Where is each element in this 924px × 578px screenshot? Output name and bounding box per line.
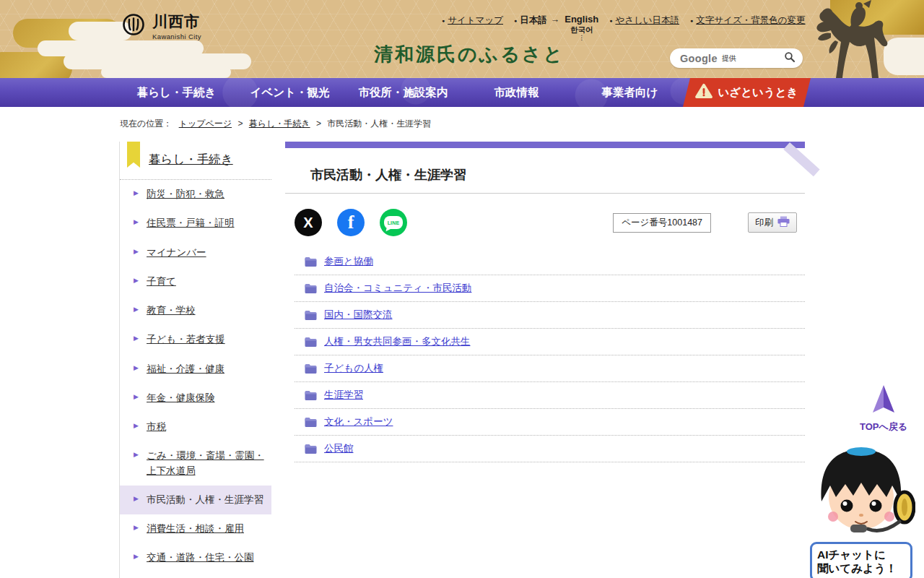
city-name-en: Kawanishi City [152,33,201,40]
sidebar-item-label[interactable]: 市税 [147,421,166,432]
line-share-icon[interactable]: LINE [380,209,407,236]
emergency-label: いざというとき [718,85,798,100]
sidebar-item-label[interactable]: マイナンバー [147,247,206,258]
mascot-girl-icon [807,444,915,538]
global-nav-list: 暮らし・手続き イベント・観光 市役所・施設案内 市政情報 事業者向け [120,78,687,107]
global-nav: 暮らし・手続き イベント・観光 市役所・施設案内 市政情報 事業者向け いざとい… [0,78,924,107]
sidebar-item-label[interactable]: 子育て [147,276,176,287]
sidebar-item-label[interactable]: ごみ・環境・斎場・霊園・上下水道局 [147,450,264,475]
category-link[interactable]: 公民館 [324,442,354,455]
sidebar-item-label[interactable]: 市民活動・人権・生涯学習 [147,494,263,505]
sidebar-item-kyoiku[interactable]: 教育・学校 [120,296,271,325]
sidebar-item-gomi[interactable]: ごみ・環境・斎場・霊園・上下水道局 [120,441,271,486]
sidebar-item-label[interactable]: 交通・道路・住宅・公園 [147,552,254,563]
folder-icon [305,364,317,374]
nav-item-event[interactable]: イベント・観光 [233,85,346,100]
utility-nav: ● サイトマップ ● 日本語 → English 한국어 ⋮ ● やさしい日本語… [442,14,806,41]
sidebar-item-shohi[interactable]: 消費生活・相談・雇用 [120,514,271,543]
list-item: 国内・国際交流 [295,302,805,329]
sidebar-item-kotsu[interactable]: 交通・道路・住宅・公園 [120,543,271,572]
breadcrumb-current: 市民活動・人権・生涯学習 [327,118,431,129]
sidebar-item-kosodate[interactable]: 子育て [120,267,271,296]
text-size-background-link[interactable]: 文字サイズ・背景色の変更 [696,14,805,27]
print-button-label: 印刷 [755,217,773,229]
search-provided-label: 提供 [722,53,784,64]
folder-icon [305,391,317,400]
bullet-icon: ● [690,14,693,27]
sidebar-item-label[interactable]: 住民票・戸籍・証明 [147,217,235,228]
sidebar-item-goiken[interactable]: ご意見・お問い合わせ [120,573,271,578]
sidebar-item-nenkin[interactable]: 年金・健康保険 [120,384,271,413]
language-english[interactable]: English [565,14,598,25]
page-meta: ページ番号1001487 印刷 [613,212,805,233]
print-button[interactable]: 印刷 [748,212,797,233]
sidebar-item-shizei[interactable]: 市税 [120,413,271,441]
kawanishi-city-page: 川西市 Kawanishi City ● サイトマップ ● 日本語 → Engl… [0,0,924,578]
ai-chat-line1: AIチャットに [817,548,905,561]
category-link[interactable]: 人権・男女共同参画・多文化共生 [324,335,471,348]
list-item: 自治会・コミュニティ・市民活動 [295,275,805,302]
sidebar-item-mynumber[interactable]: マイナンバー [120,238,271,267]
nav-item-shiyakusho[interactable]: 市役所・施設案内 [346,85,460,100]
sidebar-header: 暮らし・手続き [120,142,271,180]
back-to-top-label: TOPへ戻る [856,420,911,434]
sidebar-item-label[interactable]: 年金・健康保険 [147,392,215,403]
sidebar-item-kodomo-wakamono[interactable]: 子ども・若者支援 [120,325,271,354]
search-input[interactable]: Google 提供 [670,48,803,68]
main-content: 市民活動・人権・生涯学習 X f LINE ページ番号1001487 印刷 [285,142,805,462]
language-options[interactable]: English 한국어 ⋮ [565,14,598,41]
breadcrumb-separator: > [316,118,321,129]
sitemap-link-wrap: ● サイトマップ [442,14,503,27]
sidebar-item-label[interactable]: 防災・防犯・救急 [147,189,225,199]
category-link-list: 参画と協働 自治会・コミュニティ・市民活動 国内・国際交流 人権・男女共同参画・… [285,249,805,462]
sidebar-item-shimin-katsudo-current[interactable]: 市民活動・人権・生涯学習 [120,486,271,514]
sidebar-item-label[interactable]: 福祉・介護・健康 [147,363,225,374]
sitemap-link[interactable]: サイトマップ [448,14,503,27]
category-link[interactable]: 自治会・コミュニティ・市民活動 [324,282,471,295]
warning-icon [695,83,712,102]
sidebar-item-juminhyo[interactable]: 住民票・戸籍・証明 [120,209,271,238]
facebook-share-icon[interactable]: f [337,209,365,236]
sidebar-item-label[interactable]: 子ども・若者支援 [147,334,225,345]
arrow-right-icon: → [551,14,560,25]
back-to-top-button[interactable]: TOPへ戻る [856,384,911,434]
ai-chat-widget[interactable]: AIチャットに 聞いてみよう！ [807,444,915,578]
city-emblem-icon [121,12,146,40]
current-language-label: 日本語 [520,14,547,27]
city-tagline: 清和源氏のふるさと [365,42,574,67]
category-link[interactable]: 文化・スポーツ [324,415,393,428]
list-item: 生涯学習 [295,382,805,409]
sidebar-item-fukushi[interactable]: 福祉・介護・健康 [120,355,271,384]
folder-icon [305,257,317,267]
site-logo[interactable]: 川西市 Kawanishi City [121,12,201,40]
sns-buttons: X f LINE [295,209,407,236]
category-link[interactable]: 生涯学習 [324,389,363,402]
search-icon[interactable] [784,51,796,66]
nav-item-emergency[interactable]: いざというとき [683,78,811,107]
sidebar-item-bosai[interactable]: 防災・防犯・救急 [120,180,271,209]
nav-item-kurashi[interactable]: 暮らし・手続き [120,85,233,100]
folder-icon [305,337,317,347]
category-link[interactable]: 参画と協働 [324,255,373,268]
easy-japanese-link[interactable]: やさしい日本語 [615,14,679,27]
nav-item-shisei[interactable]: 市政情報 [460,85,573,100]
sidebar-item-label[interactable]: 教育・学校 [147,305,196,316]
x-share-icon[interactable]: X [295,209,322,236]
list-item: 人権・男女共同参画・多文化共生 [295,329,805,355]
sidebar-title-link[interactable]: 暮らし・手続き [149,152,233,165]
breadcrumb-top-link[interactable]: トップページ [179,118,232,129]
printer-icon [777,216,790,229]
category-link[interactable]: 国内・国際交流 [324,309,393,322]
category-link[interactable]: 子どもの人権 [324,362,383,375]
folder-icon [305,444,317,454]
list-item: 参画と協働 [295,249,805,275]
more-languages-icon[interactable]: ⋮ [578,34,585,41]
breadcrumb-kurashi-link[interactable]: 暮らし・手続き [249,118,310,129]
language-korean[interactable]: 한국어 [570,25,593,34]
ai-chat-label[interactable]: AIチャットに 聞いてみよう！ [810,542,912,578]
list-item: 子どもの人権 [295,355,805,382]
sidebar-item-label[interactable]: 消費生活・相談・雇用 [147,523,244,534]
samurai-horse-statue-image [813,0,894,81]
bullet-icon: ● [442,14,445,27]
nav-item-jigyosha[interactable]: 事業者向け [573,85,687,100]
